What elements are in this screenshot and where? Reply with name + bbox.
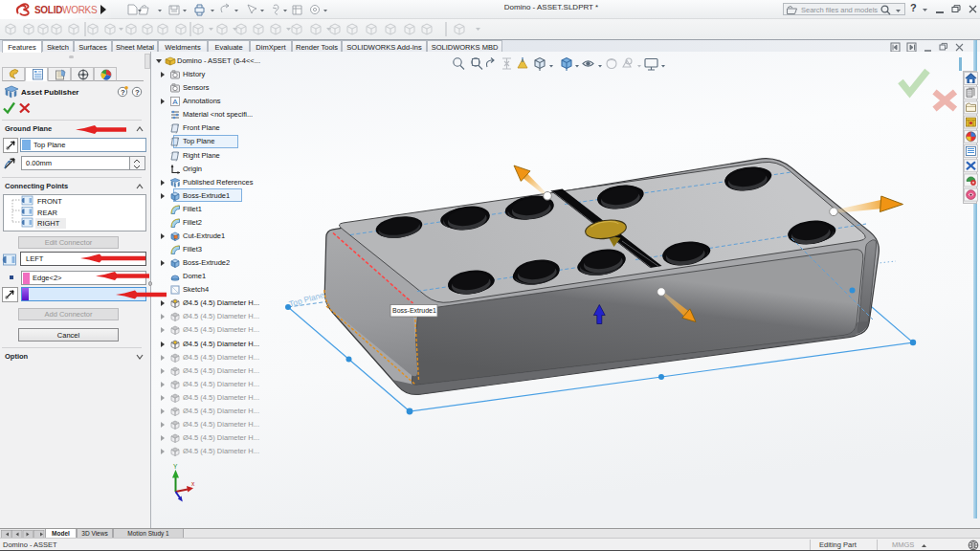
svg-text:?: ?	[135, 88, 140, 97]
svg-text:Y: Y	[173, 463, 178, 470]
svg-text:Boss-Extrude1: Boss-Extrude1	[392, 307, 436, 314]
svg-text:SOLIDWORKS: SOLIDWORKS	[34, 5, 98, 15]
svg-text:?: ?	[121, 88, 125, 97]
svg-text:FRONT: FRONT	[37, 197, 62, 206]
svg-text:REAR: REAR	[37, 209, 57, 217]
svg-text:RIGHT: RIGHT	[37, 219, 60, 228]
